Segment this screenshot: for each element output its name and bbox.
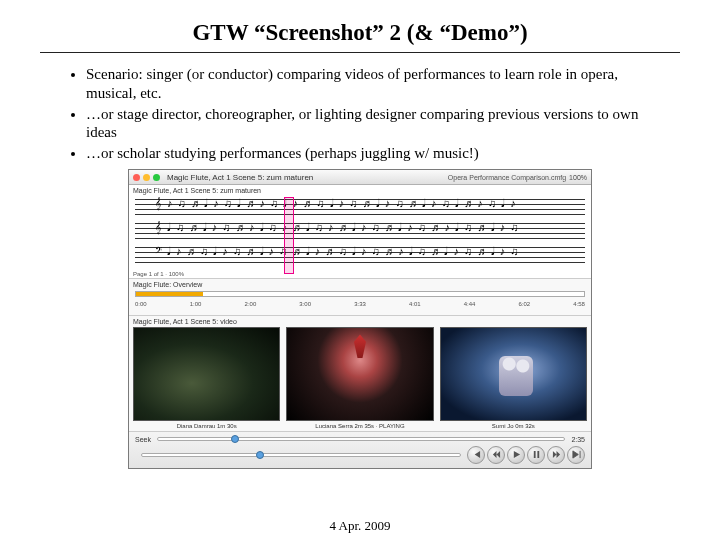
score-status: Page 1 of 1 · 100% (133, 271, 184, 277)
tick-label: 6:02 (518, 301, 530, 311)
video-thumb[interactable]: Luciana Serra 2m 35s · PLAYING (286, 327, 433, 430)
window-titlebar: Magic Flute, Act 1 Scene 5: zum maturen … (129, 170, 591, 186)
score-panel: Magic Flute, Act 1 Scene 5: zum maturen … (129, 185, 591, 279)
rewind-button[interactable] (487, 446, 505, 464)
video-frame (440, 327, 587, 420)
video-panel: Magic Flute, Act 1 Scene 5: video Diana … (129, 316, 591, 431)
video-thumb[interactable]: Diana Damrau 1m 30s (133, 327, 280, 430)
zoom-level: 100% (569, 174, 587, 181)
score-playhead[interactable] (284, 197, 294, 274)
document-badge: Opera Performance Comparison.cmfg (448, 174, 566, 181)
music-notes-icon: 𝄞 ♪ ♫ ♬ ♩ ♪ ♫ ♩ ♬ ♪ ♫ ♩ ♪ ♬ ♫ ♩ ♪ ♫ ♬ ♩ … (155, 197, 581, 221)
tick-label: 2:00 (245, 301, 257, 311)
tick-label: 0:00 (135, 301, 147, 311)
overview-label: Magic Flute: Overview (133, 281, 587, 288)
overview-progress[interactable] (135, 291, 585, 297)
minimize-icon[interactable] (143, 174, 150, 181)
video-panel-label: Magic Flute, Act 1 Scene 5: video (133, 318, 587, 325)
seek-label: Seek (135, 436, 151, 443)
slide-title: GTW “Screenshot” 2 (& “Demo”) (40, 20, 680, 46)
overview-ruler: 0:00 1:00 2:00 3:00 3:33 4:01 4:44 6:02 … (135, 301, 585, 311)
pause-button[interactable] (527, 446, 545, 464)
video-caption: Diana Damrau 1m 30s (133, 421, 280, 431)
tick-label: 4:44 (464, 301, 476, 311)
skip-forward-icon (572, 450, 581, 459)
tick-label: 4:58 (573, 301, 585, 311)
pause-icon (532, 450, 541, 459)
tick-label: 4:01 (409, 301, 421, 311)
video-frame (286, 327, 433, 420)
staff-line: 𝄞 ♪ ♫ ♬ ♩ ♪ ♫ ♩ ♬ ♪ ♫ ♩ ♪ ♬ ♫ ♩ ♪ ♫ ♬ ♩ … (135, 199, 585, 219)
zoom-icon[interactable] (153, 174, 160, 181)
rewind-icon (492, 450, 501, 459)
seek-slider[interactable] (157, 437, 565, 441)
close-icon[interactable] (133, 174, 140, 181)
seek-slider[interactable] (141, 453, 461, 457)
title-rule (40, 52, 680, 53)
video-caption: Sumi Jo 0m 32s (440, 421, 587, 431)
music-notes-icon: 𝄢 ♩ ♪ ♬ ♫ ♩ ♪ ♫ ♬ ♩ ♪ ♫ ♬ ♩ ♪ ♬ ♫ ♩ ♪ ♫ … (155, 245, 581, 269)
staff-line: 𝄢 ♩ ♪ ♬ ♫ ♩ ♪ ♫ ♬ ♩ ♪ ♫ ♬ ♩ ♪ ♬ ♫ ♩ ♪ ♫ … (135, 247, 585, 267)
staff-line: 𝄞 ♩ ♫ ♬ ♩ ♪ ♫ ♬ ♪ ♩ ♫ ♪ ♬ ♩ ♫ ♪ ♬ ♩ ♪ ♫ … (135, 223, 585, 243)
score-title: Magic Flute, Act 1 Scene 5: zum maturen (133, 187, 587, 194)
seek-thumb[interactable] (256, 451, 264, 459)
video-thumb[interactable]: Sumi Jo 0m 32s (440, 327, 587, 430)
tick-label: 1:00 (190, 301, 202, 311)
bullet-list: Scenario: singer (or conductor) comparin… (40, 65, 680, 163)
slide-date: 4 Apr. 2009 (0, 518, 720, 534)
video-caption: Luciana Serra 2m 35s · PLAYING (286, 421, 433, 431)
bullet-item: …or stage director, choreographer, or li… (86, 105, 680, 143)
tick-label: 3:33 (354, 301, 366, 311)
bullet-item: Scenario: singer (or conductor) comparin… (86, 65, 680, 103)
transport-controls: Seek 2:35 (129, 432, 591, 468)
play-icon (512, 450, 521, 459)
forward-icon (552, 450, 561, 459)
seek-time: 2:35 (571, 436, 585, 443)
forward-button[interactable] (547, 446, 565, 464)
tick-label: 3:00 (299, 301, 311, 311)
embedded-app-screenshot: Magic Flute, Act 1 Scene 5: zum maturen … (128, 169, 592, 469)
bullet-item: …or scholar studying performances (perha… (86, 144, 680, 163)
seek-thumb[interactable] (231, 435, 239, 443)
overview-panel: Magic Flute: Overview 0:00 1:00 2:00 3:0… (129, 279, 591, 316)
skip-back-button[interactable] (467, 446, 485, 464)
overview-progress-fill (136, 292, 203, 296)
skip-forward-button[interactable] (567, 446, 585, 464)
video-frame (133, 327, 280, 420)
skip-back-icon (472, 450, 481, 459)
music-notes-icon: 𝄞 ♩ ♫ ♬ ♩ ♪ ♫ ♬ ♪ ♩ ♫ ♪ ♬ ♩ ♫ ♪ ♬ ♩ ♪ ♫ … (155, 221, 581, 245)
play-button[interactable] (507, 446, 525, 464)
window-title: Magic Flute, Act 1 Scene 5: zum maturen (167, 173, 445, 182)
